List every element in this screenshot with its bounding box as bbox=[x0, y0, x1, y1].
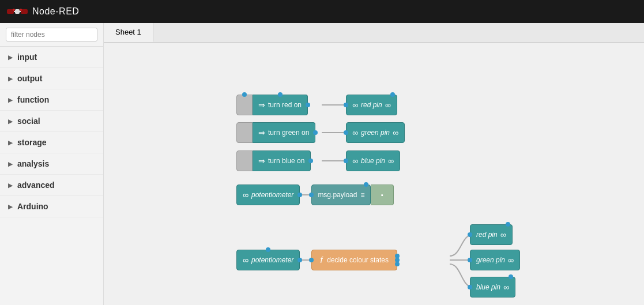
msgpayload-node[interactable]: msg.payload ≡ bbox=[311, 184, 371, 205]
infinity-icon: ∞ bbox=[508, 255, 514, 265]
port-left bbox=[344, 130, 348, 135]
port-top bbox=[278, 92, 283, 97]
potentiometer-body: ∞ potentiometer bbox=[236, 184, 300, 205]
function-label: decide colour states bbox=[327, 256, 389, 264]
chevron-icon: ▶ bbox=[8, 182, 13, 189]
row5-redpin: red pin ∞ bbox=[470, 224, 513, 245]
inject-node-row3[interactable] bbox=[236, 150, 253, 171]
port-top bbox=[506, 222, 510, 227]
msgpayload-label: msg.payload bbox=[318, 191, 357, 199]
infinity-icon: ∞ bbox=[243, 190, 248, 199]
sidebar-item-output[interactable]: ▶ output bbox=[0, 68, 103, 89]
row1-output: ∞ red pin ∞ bbox=[346, 95, 397, 115]
row4-nodes: ∞ potentiometer msg.payload ≡ ▪ bbox=[236, 184, 394, 205]
tab-sheet1[interactable]: Sheet 1 bbox=[104, 23, 153, 42]
bluepin-out-label: blue pin bbox=[476, 283, 500, 291]
search-box bbox=[0, 23, 103, 47]
infinity-icon: ∞ bbox=[352, 128, 358, 137]
row1-inject-change: ⇒ turn red on bbox=[236, 95, 308, 115]
inject-block bbox=[236, 122, 253, 143]
port-right bbox=[308, 159, 313, 163]
bluepin-out-node[interactable]: blue pin ∞ bbox=[470, 277, 515, 298]
change-node-row3[interactable]: ⇒ turn blue on bbox=[253, 150, 311, 171]
bluepin-body: ∞ blue pin ∞ bbox=[346, 150, 400, 171]
infinity-icon2: ∞ bbox=[388, 156, 394, 165]
change-node-row1[interactable]: ⇒ turn red on bbox=[253, 95, 308, 115]
port-left bbox=[344, 159, 348, 163]
port-top bbox=[242, 92, 247, 97]
bluepin-label: blue pin bbox=[361, 157, 385, 165]
potentiometer-node-row4[interactable]: ∞ potentiometer bbox=[236, 184, 300, 205]
bluepin-node[interactable]: ∞ blue pin ∞ bbox=[346, 150, 400, 171]
inject-node-row1[interactable] bbox=[236, 95, 253, 115]
sidebar-item-storage[interactable]: ▶ storage bbox=[0, 132, 103, 153]
chevron-icon: ▶ bbox=[8, 118, 13, 125]
sidebar-item-label: analysis bbox=[17, 159, 49, 168]
port-right bbox=[313, 130, 318, 135]
change-node-row2[interactable]: ⇒ turn green on bbox=[253, 122, 315, 143]
inject-node-row2[interactable] bbox=[236, 122, 253, 143]
sidebar-item-label: output bbox=[17, 74, 43, 83]
sidebar-item-function[interactable]: ▶ function bbox=[0, 89, 103, 111]
sidebar-item-social[interactable]: ▶ social bbox=[0, 111, 103, 132]
sidebar-item-label: input bbox=[17, 52, 37, 62]
redpin-out-node[interactable]: red pin ∞ bbox=[470, 224, 513, 245]
tab-bar: Sheet 1 bbox=[104, 23, 644, 43]
sidebar-item-label: advanced bbox=[17, 180, 55, 190]
greenpin-node[interactable]: ∞ green pin ∞ bbox=[346, 122, 405, 143]
port-left bbox=[309, 193, 314, 197]
potentiometer-node-row5[interactable]: ∞ potentiometer bbox=[236, 250, 300, 270]
greenpin-out-node[interactable]: green pin ∞ bbox=[470, 250, 520, 270]
infinity-icon: ∞ bbox=[500, 230, 506, 239]
debug-icon: ▪ bbox=[381, 191, 383, 198]
inject-block bbox=[236, 150, 253, 171]
debug-node-row4[interactable]: ▪ bbox=[371, 184, 394, 205]
infinity-icon: ∞ bbox=[243, 255, 248, 265]
sidebar-item-input[interactable]: ▶ input bbox=[0, 47, 103, 68]
row5-greenpin: green pin ∞ bbox=[470, 250, 520, 270]
tab-label: Sheet 1 bbox=[115, 28, 141, 36]
port-right bbox=[297, 193, 302, 197]
sidebar-item-label: social bbox=[17, 116, 40, 126]
greenpin-out-label: green pin bbox=[476, 256, 505, 264]
greenpin-body: ∞ green pin ∞ bbox=[346, 122, 405, 143]
svg-point-6 bbox=[20, 9, 22, 11]
svg-point-5 bbox=[13, 9, 15, 11]
port-left bbox=[468, 258, 472, 262]
sidebar-item-advanced[interactable]: ▶ advanced bbox=[0, 175, 103, 196]
sidebar-item-analysis[interactable]: ▶ analysis bbox=[0, 153, 103, 175]
sidebar: ▶ input ▶ output ▶ function ▶ social ▶ s… bbox=[0, 23, 104, 305]
infinity-icon: ∞ bbox=[352, 100, 358, 110]
canvas[interactable]: ⇒ turn red on ∞ red pin ∞ bbox=[104, 43, 644, 305]
node-red-logo-icon bbox=[7, 5, 28, 18]
redpin-body: ∞ red pin ∞ bbox=[346, 95, 397, 115]
chevron-icon: ▶ bbox=[8, 97, 13, 103]
sidebar-item-label: Arduino bbox=[17, 202, 48, 211]
change-body: ⇒ turn red on bbox=[253, 95, 308, 115]
chevron-icon: ▶ bbox=[8, 76, 13, 82]
sidebar-item-label: storage bbox=[17, 138, 47, 147]
sidebar-item-arduino[interactable]: ▶ Arduino bbox=[0, 196, 103, 217]
port-top bbox=[266, 247, 270, 252]
greenpin-out-body: green pin ∞ bbox=[470, 250, 520, 270]
change-body: ⇒ turn green on bbox=[253, 122, 315, 143]
chevron-icon: ▶ bbox=[8, 204, 13, 210]
chevron-icon: ▶ bbox=[8, 140, 13, 146]
redpin-node[interactable]: ∞ red pin ∞ bbox=[346, 95, 397, 115]
inject-block bbox=[236, 95, 253, 115]
main-layout: ▶ input ▶ output ▶ function ▶ social ▶ s… bbox=[0, 23, 644, 305]
change-body: ⇒ turn blue on bbox=[253, 150, 311, 171]
chevron-icon: ▶ bbox=[8, 161, 13, 167]
row5-input: ∞ potentiometer f decide colour states bbox=[236, 250, 397, 270]
change-label: turn green on bbox=[268, 129, 309, 137]
row2-output: ∞ green pin ∞ bbox=[346, 122, 405, 143]
search-input[interactable] bbox=[6, 28, 97, 42]
infinity-icon: ∞ bbox=[352, 156, 358, 165]
potentiometer-label: potentiometer bbox=[251, 256, 293, 264]
row5-bluepin: blue pin ∞ bbox=[470, 277, 515, 298]
arrow-icon: ⇒ bbox=[258, 100, 265, 110]
function-node[interactable]: f decide colour states bbox=[311, 250, 397, 270]
greenpin-label: green pin bbox=[361, 129, 390, 137]
row2-inject-change: ⇒ turn green on bbox=[236, 122, 315, 143]
logo: Node-RED bbox=[7, 5, 79, 18]
